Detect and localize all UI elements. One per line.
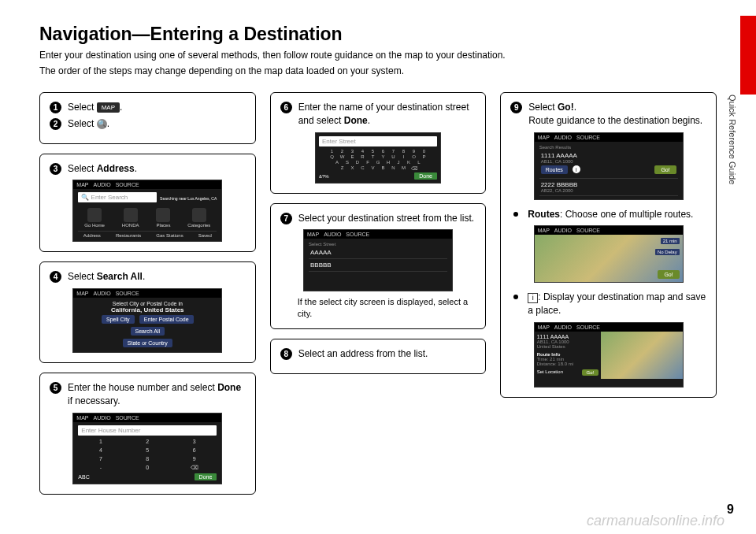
step-4-text: Select Search All. [68, 270, 145, 284]
screen-house-number: MAPAUDIOSOURCE Enter House Number 123 45… [72, 413, 222, 484]
screen-select-street: MAPAUDIOSOURCE Select Street AAAAA BBBBB [303, 229, 453, 291]
step-3: 3 Select Address. [50, 162, 246, 176]
step-8-bullet: 8 [280, 348, 292, 360]
search-input: 🔍 Enter Search [78, 192, 157, 202]
mini-map [601, 332, 682, 379]
box-steps-1-2: 1 Select MAP. 2 Select 🔍. [39, 92, 256, 144]
step-4-bullet: 4 [50, 271, 61, 283]
screen-address-menu: MAPAUDIOSOURCE 🔍 Enter Search Searching … [72, 180, 222, 242]
column-2: 6 Enter the name of your destination str… [270, 92, 487, 495]
step-7: 7 Select your destination street from th… [280, 212, 476, 225]
step-2-bullet: 2 [50, 118, 61, 130]
bullet-dot-icon [513, 212, 518, 217]
step-6-text: Enter the name of your destination stree… [298, 101, 476, 128]
box-step-8: 8 Select an address from the list. [270, 339, 487, 374]
bullet-routes: Routes: Choose one of multiple routes. [510, 208, 706, 221]
step-5-bullet: 5 [50, 382, 61, 394]
step-1-bullet: 1 [50, 102, 61, 113]
box-step-5: 5 Enter the house number and select Done… [39, 373, 256, 495]
box-step-7: 7 Select your destination street from th… [270, 203, 487, 329]
step-4: 4 Select Search All. [50, 270, 246, 284]
step-5-text: Enter the house number and select Done i… [68, 381, 246, 408]
columns: 1 Select MAP. 2 Select 🔍. 3 Select Ad [39, 92, 717, 495]
side-label: Quick Reference Guide [728, 95, 737, 184]
step-8-text: Select an address from the list. [298, 347, 428, 361]
intro-line-2: The order of the steps may change depend… [39, 64, 717, 78]
section-tab [740, 16, 756, 95]
step-9-text: Select Go!. Route guidance to the destin… [528, 101, 702, 128]
box-step-6: 6 Enter the name of your destination str… [270, 92, 487, 194]
page-title: Navigation—Entering a Destination [39, 24, 717, 45]
step-6: 6 Enter the name of your destination str… [280, 101, 476, 128]
box-step-3: 3 Select Address. MAPAUDIOSOURCE 🔍 Enter… [39, 154, 256, 253]
info-icon: i [528, 293, 538, 303]
bullet-dot-icon [513, 295, 518, 299]
step-7-text: Select your destination street from the … [298, 212, 474, 225]
screen-search-all: MAPAUDIOSOURCE Select City or Postal Cod… [72, 288, 222, 353]
search-icon: 🔍 [97, 119, 107, 129]
box-step-9: 9 Select Go!. Route guidance to the dest… [500, 92, 717, 398]
map-chip-icon: MAP [97, 102, 120, 113]
step-8: 8 Select an address from the list. [280, 347, 476, 361]
screen-search-results: MAPAUDIOSOURCE Search Results 1111 AAAAA… [534, 132, 684, 200]
step-3-text: Select Address. [68, 162, 137, 176]
step-9: 9 Select Go!. Route guidance to the dest… [510, 101, 706, 128]
step-3-bullet: 3 [50, 163, 61, 175]
step-1-text: Select MAP. [68, 101, 122, 114]
step-7-bullet: 7 [280, 213, 292, 224]
step-6-bullet: 6 [280, 102, 292, 113]
step-7-note: If the select city screen is displayed, … [280, 296, 476, 319]
box-step-4: 4 Select Search All. MAPAUDIOSOURCE Sele… [39, 261, 256, 363]
step-5: 5 Enter the house number and select Done… [50, 381, 246, 408]
column-1: 1 Select MAP. 2 Select 🔍. 3 Select Ad [39, 92, 256, 495]
step-2: 2 Select 🔍. [50, 117, 246, 131]
intro-line-1: Enter your destination using one of seve… [39, 48, 717, 62]
page-number: 9 [727, 502, 734, 517]
screen-enter-street: Enter Street 1234567890 QWERTYUIOP ASDFG… [315, 132, 441, 184]
step-2-text: Select 🔍. [68, 117, 109, 131]
step-1: 1 Select MAP. [50, 101, 246, 114]
screen-destination-map: MAPAUDIOSOURCE 1111 AAAAA AB11, CA 1000 … [534, 322, 684, 388]
column-3: 9 Select Go!. Route guidance to the dest… [500, 92, 717, 495]
step-9-bullet: 9 [510, 102, 522, 113]
bullet-info: i: Display your destination map and save… [510, 291, 706, 317]
watermark: carmanualsonline.info [587, 513, 724, 529]
screen-routes-map: MAPAUDIOSOURCE 21 min No Delay Go! [534, 225, 684, 283]
